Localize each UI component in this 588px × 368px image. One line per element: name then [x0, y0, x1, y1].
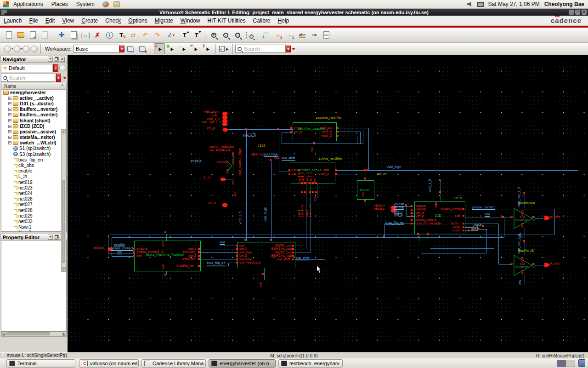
schematic-wire[interactable]: [264, 268, 265, 274]
schematic-label[interactable]: active_rectifier: [318, 157, 342, 161]
tree-item-S3-sp1tswitch-[interactable]: S3 (sp1tswitch): [1, 151, 66, 157]
schematic-wire[interactable]: [303, 184, 303, 193]
tree-item-net028[interactable]: net028: [1, 207, 66, 213]
schematic-wire[interactable]: [314, 184, 314, 193]
schematic-label[interactable]: in: [510, 263, 513, 266]
connection-point[interactable]: [417, 233, 419, 235]
schematic-wire[interactable]: [525, 242, 525, 255]
label-down-button[interactable]: T▾: [191, 29, 202, 40]
schematic-label[interactable]: swl: [220, 241, 225, 245]
connection-point[interactable]: [411, 205, 413, 207]
schematic-wire[interactable]: [366, 170, 366, 180]
connection-point[interactable]: [364, 200, 366, 201]
schematic-label[interactable]: vss: [313, 196, 317, 201]
move-button[interactable]: ✛: [56, 29, 67, 40]
connection-point[interactable]: [405, 204, 407, 206]
connection-point[interactable]: [463, 226, 464, 228]
property-editor-float-button[interactable]: ❐: [54, 235, 59, 240]
back-dropdown[interactable]: ▾: [11, 47, 13, 51]
schematic-wire[interactable]: [339, 132, 360, 132]
taskbar-button-virtuoso-on-naum-ed-[interactable]: Cvirtuoso (on naum.ed...: [79, 359, 139, 368]
connection-point[interactable]: [502, 216, 504, 218]
schematic-wire[interactable]: [166, 271, 167, 275]
schematic-label[interactable]: swr1_n: [301, 172, 305, 183]
schematic-label[interactable]: vin_p: [207, 126, 215, 130]
schematic-label[interactable]: vin_p: [394, 213, 402, 217]
minimize-button[interactable]: _: [569, 10, 574, 15]
schematic-wire[interactable]: [479, 229, 486, 230]
connection-point[interactable]: [439, 179, 441, 181]
schematic-wire[interactable]: [360, 132, 361, 144]
connection-point[interactable]: [304, 191, 306, 193]
connection-point[interactable]: [463, 223, 464, 224]
navigator-scrollbar-thumb[interactable]: [62, 180, 65, 263]
connection-point[interactable]: [236, 262, 238, 264]
connection-point[interactable]: [270, 159, 271, 161]
tree-expander[interactable]: +: [8, 102, 11, 105]
connection-point[interactable]: [427, 233, 429, 235]
schematic-wire[interactable]: [282, 132, 282, 144]
schematic-label[interactable]: vdd_1_5: [429, 179, 432, 192]
tree-expander[interactable]: +: [8, 113, 11, 116]
zoom-in-button[interactable]: +: [208, 29, 219, 40]
schematic-label[interactable]: vdd_startup_high: [238, 148, 242, 176]
clock[interactable]: Sat May 27, 1:06 PM: [488, 1, 540, 7]
connection-point[interactable]: [335, 169, 337, 171]
check-and-save-button[interactable]: ✓: [27, 29, 38, 40]
menu-calibre[interactable]: Calibre: [249, 17, 274, 24]
connection-point[interactable]: [277, 128, 279, 130]
connection-point[interactable]: [292, 255, 294, 257]
navigator-scrollbar[interactable]: ▲ ▼: [61, 129, 66, 272]
schematic-wire[interactable]: [337, 170, 578, 171]
schematic-wire[interactable]: [363, 129, 363, 144]
schematic-wire[interactable]: [112, 237, 504, 238]
tree-expander[interactable]: +: [8, 119, 11, 122]
pin-octagon[interactable]: [222, 203, 228, 207]
schematic-label[interactable]: vout_n: [318, 172, 329, 176]
create-wire-button[interactable]: ⌐1: [273, 29, 284, 40]
schematic-label[interactable]: vdd_high: [204, 110, 219, 114]
schematic-wire[interactable]: [366, 200, 366, 207]
schematic-label[interactable]: passive_rectifier: [316, 116, 342, 120]
schematic-label[interactable]: vdd_low: [232, 152, 235, 165]
connection-point[interactable]: [198, 251, 200, 253]
firefox-icon[interactable]: [102, 1, 109, 7]
schematic-label[interactable]: swr2inv: [182, 258, 195, 261]
connection-point[interactable]: [262, 273, 264, 275]
schematic-wire[interactable]: [357, 136, 357, 144]
tree-item-S1-sp1tswitch-[interactable]: S1 (sp1tswitch): [1, 146, 66, 151]
create-label-button[interactable]: abc: [297, 29, 308, 40]
edit-text-button[interactable]: T✎: [116, 29, 127, 40]
connection-point[interactable]: [532, 263, 534, 265]
schematic-label[interactable]: swr2: [239, 254, 247, 258]
connection-point[interactable]: [335, 173, 337, 175]
maximize-button[interactable]: □: [575, 10, 580, 15]
schematic-wire[interactable]: [314, 193, 314, 256]
places-menu[interactable]: Places: [47, 0, 72, 9]
schematic-wire[interactable]: [279, 129, 279, 172]
property-editor-scrollbar[interactable]: ◀ ▶: [1, 332, 67, 337]
connection-point[interactable]: [532, 216, 534, 218]
schematic-label[interactable]: vss: [311, 147, 314, 152]
property-editor-scrollbar-thumb[interactable]: [6, 332, 50, 335]
up-button[interactable]: [23, 46, 30, 52]
connection-point[interactable]: [411, 209, 413, 211]
taskbar-button-Cadence-Library-Mana-[interactable]: Cadence Library Mana...: [141, 359, 206, 368]
menu-file[interactable]: File: [25, 17, 41, 24]
schematic-label[interactable]: vdd: [435, 202, 438, 208]
gnome-menu-icon[interactable]: [3, 1, 9, 7]
connection-point[interactable]: [309, 191, 311, 193]
schematic-wire[interactable]: [108, 235, 554, 235]
display-icon[interactable]: [477, 2, 484, 7]
schematic-label[interactable]: vss: [313, 178, 317, 183]
schematic-label[interactable]: [10]: [258, 144, 265, 148]
taskbar-button-testbench-energyharv-[interactable]: testbench_energyharv...: [278, 359, 343, 368]
create-pin-button[interactable]: ⊸: [309, 29, 320, 40]
connection-point[interactable]: [337, 127, 339, 129]
schematic-wire[interactable]: [441, 180, 441, 193]
schematic-label[interactable]: biasflip_en: [176, 264, 193, 268]
schematic-wire[interactable]: [384, 224, 385, 237]
connection-point[interactable]: [236, 255, 238, 257]
applications-menu[interactable]: Applications: [9, 0, 47, 9]
open-button[interactable]: [15, 29, 26, 40]
